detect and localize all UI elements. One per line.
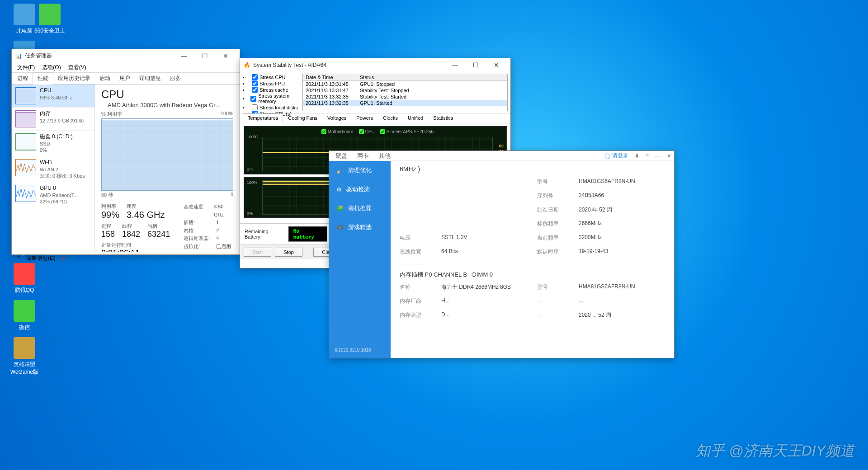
event-log: Date & TimeStatus 2021/11/3 13:31:45GPU1…	[302, 74, 508, 111]
perf-sidebar-item[interactable]: CPU99% 3.46 GHz	[12, 85, 94, 108]
清理优化-icon: 🧹	[336, 167, 344, 174]
chart-tab[interactable]: Temperatures	[243, 113, 283, 123]
start-button[interactable]: Start	[244, 248, 271, 257]
perf-sidebar-item[interactable]: 磁盘 0 (C: D:)SSD0%	[12, 131, 94, 156]
desktop-icon[interactable]: 微信	[6, 300, 42, 331]
chevron-up-icon[interactable]: ⌃	[16, 255, 21, 262]
desktop-icon[interactable]: 腾讯QQ	[6, 263, 42, 294]
装机推荐-icon: 🧩	[336, 205, 344, 212]
tab[interactable]: 性能	[33, 72, 53, 85]
brief-info[interactable]: 简略信息(D)	[26, 254, 56, 262]
chart-tabs: TemperaturesCooling FansVoltagesPowersCl…	[240, 113, 510, 123]
legend-item[interactable]: Motherboard	[321, 129, 354, 134]
sidebar-item[interactable]: 🎮游戏精选	[329, 218, 391, 237]
main-panel: 6MHz ) 型号HMA81GS6AFR8N-UN序列号34B58A66制造日期…	[391, 161, 674, 358]
flame-icon: 🔥	[244, 62, 250, 68]
section-header: 内存插槽 P0 CHANNEL B - DIMM 0	[400, 264, 665, 279]
tab[interactable]: 用户	[115, 73, 135, 84]
perf-main: CPU AMD Athlon 3000G with Radeon Vega Gr…	[95, 85, 240, 252]
perf-sidebar-item[interactable]: GPU 0AMD Radeon(T...32% (66 °C)	[12, 182, 94, 208]
stress-checkbox[interactable]: ▪ Stress system memory	[243, 93, 300, 104]
chart-tab[interactable]: Voltages	[322, 113, 351, 123]
login-button[interactable]: ◯请登录	[604, 152, 628, 160]
legend-item[interactable]: Pioneer APS-SE20-256	[380, 129, 434, 134]
menu-item[interactable]: 文件(F)	[14, 64, 38, 71]
chart-tab[interactable]: Powers	[351, 113, 378, 123]
footer: ⌃ 简略信息(D) ⊘ 打开资源监视器	[12, 252, 240, 264]
minimize-button[interactable]: —	[174, 49, 194, 63]
top-bar: 硬盘网卡其他 ◯请登录 ⬇ ≡ — ✕	[329, 151, 674, 161]
stress-checkboxes: ▪ Stress CPU▪ Stress FPU▪ Stress cache▪ …	[240, 72, 302, 113]
sidebar-item[interactable]: 🧩装机推荐	[329, 199, 391, 218]
legend-item[interactable]: CPU	[359, 129, 375, 134]
desktop-icon[interactable]: 英雄联盟 WeGame版	[6, 337, 42, 376]
hw-top-tab[interactable]: 硬盘	[335, 152, 347, 160]
tab[interactable]: 启动	[95, 73, 115, 84]
hw-top-tab[interactable]: 其他	[379, 152, 391, 160]
chart-tab[interactable]: Unified	[403, 113, 428, 123]
titlebar[interactable]: 📊任务管理器 — ☐ ✕	[12, 49, 240, 63]
close-button[interactable]: ✕	[215, 49, 236, 63]
desktop-icon[interactable]: 360安全卫士	[32, 4, 68, 35]
menubar: 文件(F)选项(O)查看(V)	[12, 63, 240, 73]
cpu-name: AMD Athlon 3000G with Radeon Vega Gr...	[108, 102, 220, 108]
cpu-graph	[101, 118, 233, 191]
tab[interactable]: 进程	[13, 73, 33, 84]
download-icon[interactable]: ⬇	[635, 153, 639, 159]
stress-checkbox[interactable]: ▪ Stress CPU	[243, 74, 300, 80]
stress-checkbox[interactable]: ▪ Stress FPU	[243, 80, 300, 86]
sidebar-item[interactable]: ⚙驱动检测	[329, 180, 391, 199]
stop-button[interactable]: Stop	[275, 248, 302, 257]
menu-item[interactable]: 查看(V)	[65, 64, 90, 71]
maximize-button[interactable]: ☐	[194, 49, 215, 63]
chart-tab[interactable]: Clocks	[378, 113, 403, 123]
app-icon: 📊	[15, 53, 22, 59]
perf-sidebar: CPU99% 3.46 GHz内存12.7/13.9 GB (91%)磁盘 0 …	[12, 85, 95, 252]
chart-tab[interactable]: Statistics	[428, 113, 458, 123]
tab[interactable]: 应用历史记录	[53, 73, 95, 84]
sidebar: 🧹清理优化⚙驱动检测🧩装机推荐🎮游戏精选6.1021.3210.1018	[329, 161, 391, 358]
hardware-info-window: 硬盘网卡其他 ◯请登录 ⬇ ≡ — ✕ 🧹清理优化⚙驱动检测🧩装机推荐🎮游戏精选…	[329, 150, 675, 358]
perf-sidebar-item[interactable]: 内存12.7/13.9 GB (91%)	[12, 108, 94, 131]
chart-tab[interactable]: Cooling Fans	[283, 113, 322, 123]
log-row[interactable]: 2021/11/3 13:31:45GPU1: Stopped	[303, 81, 507, 87]
stress-checkbox[interactable]: ▪ Stress cache	[243, 87, 300, 93]
block-icon: ⊘	[61, 255, 66, 262]
user-icon: ◯	[604, 153, 610, 159]
log-row[interactable]: 2021/11/3 13:31:47Stability Test: Stoppe…	[303, 87, 507, 94]
close-button[interactable]: ✕	[667, 153, 671, 159]
hw-top-tab[interactable]: 网卡	[357, 152, 369, 160]
sidebar-item[interactable]: 🧹清理优化	[329, 161, 391, 180]
maximize-button[interactable]: ☐	[465, 58, 486, 72]
menu-item[interactable]: 选项(O)	[38, 64, 64, 71]
close-button[interactable]: ✕	[486, 58, 507, 72]
log-row[interactable]: 2021/11/3 13:32:35Stability Test: Starte…	[303, 94, 507, 100]
perf-sidebar-item[interactable]: Wi-FiWLAN 2发送: 0 接收: 0 Kbps	[12, 156, 94, 182]
menu-icon[interactable]: ≡	[646, 153, 649, 159]
cpu-heading: CPU	[101, 88, 124, 100]
tab[interactable]: 服务	[165, 73, 185, 84]
log-row[interactable]: 2021/11/3 13:32:35GPU1: Started	[303, 100, 507, 106]
open-resource-monitor-link[interactable]: 打开资源监视器	[71, 254, 109, 262]
tab[interactable]: 详细信息	[135, 73, 165, 84]
battery-status: No battery	[288, 226, 327, 242]
驱动检测-icon: ⚙	[336, 186, 342, 193]
task-manager-window: 📊任务管理器 — ☐ ✕ 文件(F)选项(O)查看(V) 进程性能应用历史记录启…	[11, 49, 240, 255]
minimize-button[interactable]: —	[444, 58, 465, 72]
tab-bar: 进程性能应用历史记录启动用户详细信息服务	[12, 73, 240, 85]
window-title: System Stability Test - AIDA64	[253, 62, 326, 68]
minimize-button[interactable]: —	[655, 153, 660, 159]
游戏精选-icon: 🎮	[336, 224, 344, 231]
titlebar[interactable]: 🔥System Stability Test - AIDA64 — ☐ ✕	[240, 58, 510, 72]
window-title: 任务管理器	[25, 52, 52, 60]
version-label: 6.1021.3210.1018	[329, 344, 377, 356]
stress-checkbox[interactable]: ▪ Stress local disks	[243, 104, 300, 110]
section-title: 6MHz )	[400, 165, 665, 173]
